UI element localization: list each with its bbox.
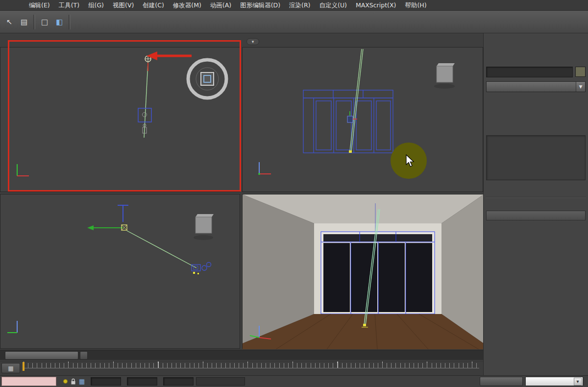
select-by-name-icon[interactable]: ▤ [17, 15, 31, 29]
object-name-field[interactable] [486, 67, 573, 77]
grid-setting-display [196, 377, 245, 386]
track-bar[interactable]: ▦ [0, 361, 483, 375]
front-view-canvas [243, 48, 484, 193]
toolbar-icon [69, 15, 71, 29]
z-coord-field[interactable] [163, 377, 194, 386]
rollout-vray-sun-params[interactable] [486, 211, 586, 220]
ribbon-tabs [0, 33, 483, 47]
main-toolbar: ↖ ▤ □ ◧ [0, 11, 588, 33]
current-frame-marker[interactable] [23, 362, 24, 371]
select-object-icon[interactable]: ↖ [2, 15, 16, 29]
3dsmax-window: 编辑(E)工具(T)组(G)视图(V)创建(C)修改器(M)动画(A)图形编辑器… [0, 0, 588, 387]
mini-curve-editor-button[interactable]: ▦ [1, 363, 20, 373]
command-panel-tabs [486, 48, 586, 64]
menu-item[interactable]: 自定义(U) [315, 0, 351, 10]
object-name-row [486, 67, 586, 77]
menu-item[interactable]: 图形编辑器(D) [236, 0, 285, 10]
selection-lock-icon[interactable] [70, 378, 76, 385]
notification-dot-icon [63, 379, 68, 384]
viewport-left[interactable] [0, 194, 240, 349]
menu-item[interactable]: 编辑(E) [24, 0, 54, 10]
menu-item[interactable]: 工具(T) [54, 0, 84, 10]
toolbar-icon [33, 15, 35, 29]
menu-item[interactable]: 修改器(M) [169, 0, 206, 10]
menu-item[interactable]: 帮助(H) [400, 0, 431, 10]
menu-item[interactable]: 动画(A) [206, 0, 236, 10]
top-view-canvas [0, 48, 241, 193]
x-coord-field[interactable] [91, 377, 121, 386]
menu-item[interactable]: MAXScript(X) [351, 0, 400, 10]
transform-mode-icon[interactable]: ▦ [79, 378, 85, 385]
menu-item[interactable]: 组(G) [84, 0, 108, 10]
auto-key-button[interactable] [480, 377, 523, 386]
modifier-stack-toolbar [486, 182, 586, 194]
menu-item[interactable]: 视图(V) [108, 0, 138, 10]
viewport-top[interactable] [0, 47, 240, 192]
selection-filter-dropdown[interactable] [525, 377, 583, 386]
ribbon-minimize-button[interactable] [246, 38, 259, 45]
panel-divider [486, 197, 586, 198]
left-view-canvas [0, 194, 241, 349]
menu-bar: 编辑(E)工具(T)组(G)视图(V)创建(C)修改器(M)动画(A)图形编辑器… [0, 0, 588, 11]
selection-region-icon[interactable]: □ [38, 15, 51, 29]
menu-item[interactable]: 创建(C) [138, 0, 168, 10]
viewport-front[interactable] [242, 47, 483, 192]
maxscript-mini-listener[interactable] [1, 377, 56, 386]
command-panel [483, 33, 588, 375]
modifier-stack[interactable] [486, 135, 586, 180]
menu-item[interactable]: 渲染(R) [285, 0, 315, 10]
camera-view-canvas [243, 194, 484, 349]
object-color-swatch[interactable] [575, 67, 586, 77]
y-coord-field[interactable] [127, 377, 157, 386]
time-slider-handle[interactable] [5, 351, 78, 360]
status-bar: ▦ [0, 375, 588, 387]
window-crossing-icon[interactable]: ◧ [52, 15, 66, 29]
time-slider-next-button[interactable] [80, 351, 88, 360]
modifier-list-dropdown[interactable] [486, 81, 586, 92]
viewport-camera[interactable] [242, 194, 483, 349]
time-slider[interactable] [0, 350, 483, 361]
